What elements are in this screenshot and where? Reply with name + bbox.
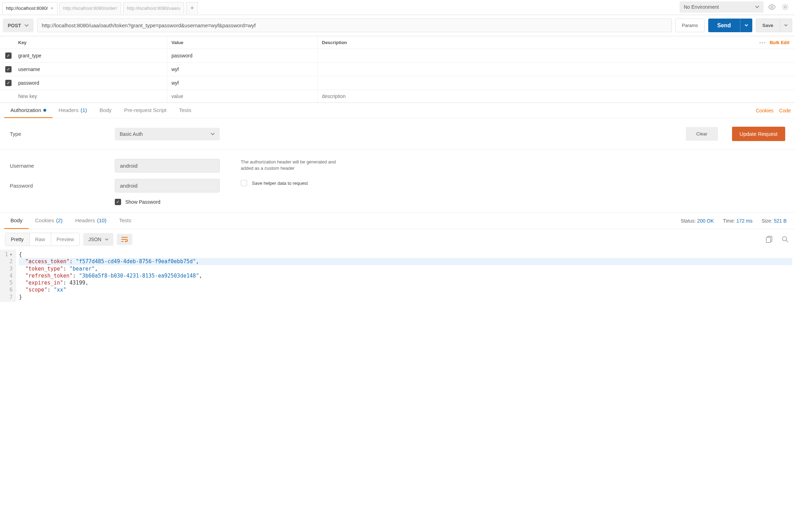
checkbox[interactable]: ✓ (5, 52, 12, 59)
tab-response-body[interactable]: Body (4, 212, 29, 229)
password-label: Password (10, 183, 101, 189)
status-value: 200 OK (697, 218, 714, 224)
username-label: Username (10, 163, 101, 169)
table-row[interactable]: ✓ grant_type password (0, 49, 795, 62)
username-input[interactable] (115, 159, 220, 173)
param-key[interactable]: grant_type (17, 49, 167, 62)
column-header-value: Value (167, 36, 318, 49)
view-raw-button[interactable]: Raw (30, 233, 51, 246)
environment-preview-icon[interactable] (767, 2, 777, 12)
auth-type-selector[interactable]: Basic Auth (115, 128, 220, 140)
copy-icon[interactable] (764, 234, 774, 244)
auth-note: The authorization header will be generat… (241, 159, 339, 172)
search-icon[interactable] (780, 234, 790, 244)
params-table: Key Value Description ••• Bulk Edit ✓ gr… (0, 36, 795, 103)
column-header-key: Key (17, 36, 167, 49)
chevron-down-icon (24, 24, 29, 27)
tab-tests[interactable]: Tests (173, 103, 198, 118)
tab-response-tests[interactable]: Tests (113, 212, 138, 229)
more-actions-icon[interactable]: ••• (759, 40, 766, 45)
code-link[interactable]: Code (779, 108, 791, 113)
table-row[interactable]: ✓ password wyf (0, 76, 795, 90)
param-value[interactable]: wyf (167, 63, 318, 76)
tab-headers[interactable]: Headers (1) (52, 103, 93, 118)
new-tab-button[interactable]: + (186, 2, 198, 14)
request-config-tabs: Authorization Headers (1) Body Pre-reque… (0, 103, 795, 118)
param-key[interactable]: password (17, 77, 167, 89)
update-request-button[interactable]: Update Request (732, 127, 785, 141)
show-password-checkbox[interactable]: ✓ (115, 199, 121, 205)
tab-label: http://localhost:8080/uaa/u (127, 6, 181, 11)
settings-gear-icon[interactable] (780, 2, 790, 12)
column-header-description: Description (318, 36, 753, 49)
svg-rect-2 (766, 237, 771, 243)
params-button[interactable]: Params (675, 19, 705, 32)
new-desc-input[interactable] (322, 93, 749, 99)
response-status: Status: 200 OK Time: 172 ms Size: 521 B (681, 218, 791, 224)
tab-authorization[interactable]: Authorization (4, 103, 52, 118)
new-value-input[interactable] (171, 93, 313, 99)
format-selector[interactable]: JSON (83, 233, 113, 246)
param-key[interactable]: username (17, 63, 167, 76)
send-button[interactable]: Send (708, 19, 740, 32)
top-right-controls: No Environment (680, 1, 793, 15)
wrap-lines-button[interactable] (117, 234, 132, 245)
tab-response-headers[interactable]: Headers (10) (69, 212, 113, 229)
tab-response-cookies[interactable]: Cookies (2) (29, 212, 69, 229)
bulk-edit-link[interactable]: Bulk Edit (770, 40, 789, 45)
clear-button[interactable]: Clear (686, 127, 718, 141)
params-header-row: Key Value Description ••• Bulk Edit (0, 36, 795, 49)
close-icon[interactable]: × (51, 6, 54, 11)
save-button[interactable]: Save (756, 19, 780, 32)
view-preview-button[interactable]: Preview (51, 233, 80, 246)
response-body-code[interactable]: 1 ▾ 234567 { "access_token": "f577d485-c… (0, 250, 795, 313)
tab-body[interactable]: Body (93, 103, 118, 118)
svg-point-3 (782, 237, 787, 241)
send-button-group: Send (708, 19, 752, 32)
chevron-down-icon (211, 133, 215, 135)
new-key-input[interactable] (18, 93, 166, 99)
format-value: JSON (88, 237, 101, 242)
param-desc[interactable] (318, 52, 753, 59)
show-password-label: Show Password (125, 199, 160, 205)
password-input[interactable] (115, 179, 220, 192)
http-method-selector[interactable]: POST (3, 19, 34, 32)
url-input[interactable] (37, 19, 672, 32)
cookies-link[interactable]: Cookies (756, 108, 774, 113)
chevron-down-icon (755, 6, 759, 8)
send-dropdown[interactable] (740, 19, 752, 32)
param-desc[interactable] (318, 79, 753, 86)
line-gutter: 1 ▾ 234567 (0, 250, 16, 302)
tab-bar: http://localhost:8080/ × http://localhos… (2, 2, 677, 14)
tab-label: http://localhost:8080/ (6, 6, 48, 11)
auth-type-label: Type (10, 131, 101, 137)
http-method-label: POST (8, 23, 21, 28)
table-row[interactable]: ✓ username wyf (0, 62, 795, 76)
save-button-group: Save (756, 19, 792, 32)
wrap-icon (121, 237, 128, 242)
request-tab-active[interactable]: http://localhost:8080/ × (2, 2, 57, 14)
view-mode-group: Pretty Raw Preview (5, 233, 80, 246)
code-lines: { "access_token": "f577d485-cd49-4deb-87… (16, 250, 795, 302)
environment-selector[interactable]: No Environment (680, 1, 764, 13)
request-tab[interactable]: http://localhost:8080/uaa/u (123, 2, 184, 14)
param-desc[interactable] (318, 66, 753, 73)
response-viewer-controls: Pretty Raw Preview JSON (0, 229, 795, 250)
time-value: 172 ms (736, 218, 752, 224)
size-value: 521 B (774, 218, 787, 224)
tab-label: http://localhost:8080/order/ (63, 6, 117, 11)
save-helper-checkbox[interactable] (241, 180, 247, 186)
param-value[interactable]: password (167, 49, 318, 62)
response-tabs: Body Cookies (2) Headers (10) Tests Stat… (0, 212, 795, 229)
view-pretty-button[interactable]: Pretty (5, 233, 30, 246)
checkbox[interactable]: ✓ (5, 66, 12, 72)
save-dropdown[interactable] (780, 19, 792, 32)
auth-fields: Username Password ✓ Show Password The au… (0, 150, 795, 212)
checkbox[interactable]: ✓ (5, 80, 12, 86)
request-tab[interactable]: http://localhost:8080/order/ (59, 2, 121, 14)
svg-point-0 (771, 6, 773, 8)
param-value[interactable]: wyf (167, 77, 318, 89)
tab-prerequest-script[interactable]: Pre-request Script (118, 103, 173, 118)
table-row-new[interactable] (0, 90, 795, 103)
auth-type-row: Type Basic Auth Clear Update Request (0, 118, 795, 150)
